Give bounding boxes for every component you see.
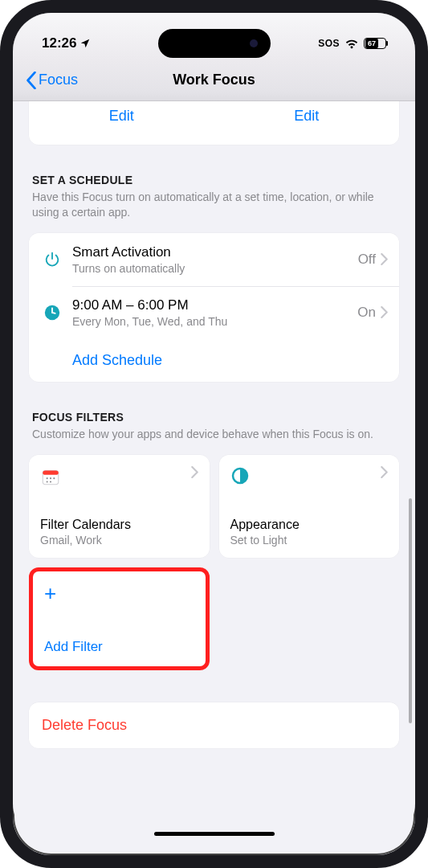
scroll-indicator[interactable] (409, 498, 412, 723)
filter-appearance-card[interactable]: Appearance Set to Light (219, 455, 400, 558)
plus-icon: + (44, 583, 194, 604)
time-schedule-title: 9:00 AM – 6:00 PM (72, 297, 357, 313)
schedule-card: Smart Activation Turns on automatically … (29, 233, 399, 382)
filter-appearance-sub: Set to Light (230, 532, 389, 547)
filters-header: FOCUS FILTERS Customize how your apps an… (13, 382, 415, 445)
edit-apps-button[interactable]: Edit (214, 101, 400, 145)
power-icon (40, 251, 64, 268)
filters-desc: Customize how your apps and device behav… (32, 424, 396, 442)
schedule-header: SET A SCHEDULE Have this Focus turn on a… (13, 145, 415, 223)
sos-indicator: SOS (318, 38, 340, 49)
filters-title: FOCUS FILTERS (32, 411, 396, 424)
chevron-right-icon (381, 306, 388, 318)
svg-point-7 (50, 481, 51, 482)
battery-icon: 67 (364, 38, 386, 49)
chevron-left-icon (26, 72, 37, 89)
svg-point-5 (53, 477, 55, 479)
wifi-icon (344, 39, 359, 49)
filter-calendars-card[interactable]: Filter Calendars Gmail, Work (29, 455, 210, 558)
back-button[interactable]: Focus (26, 72, 78, 89)
nav-bar: Focus Work Focus (13, 59, 415, 101)
smart-activation-sub: Turns on automatically (72, 260, 358, 275)
filter-calendars-title: Filter Calendars (40, 518, 198, 532)
clock-icon (40, 304, 64, 321)
smart-activation-row[interactable]: Smart Activation Turns on automatically … (29, 233, 399, 286)
smart-activation-title: Smart Activation (72, 244, 358, 260)
filter-appearance-title: Appearance (230, 518, 389, 532)
location-icon (79, 38, 91, 49)
filter-calendars-sub: Gmail, Work (40, 532, 198, 547)
svg-point-3 (47, 477, 48, 479)
add-schedule-button[interactable]: Add Schedule (29, 339, 399, 382)
dynamic-island (158, 29, 271, 58)
chevron-right-icon (381, 253, 388, 265)
back-label: Focus (39, 72, 78, 88)
appearance-icon (230, 466, 250, 485)
add-filter-label: Add Filter (44, 639, 194, 655)
clock: 12:26 (42, 35, 76, 51)
home-indicator[interactable] (154, 832, 275, 836)
smart-activation-value: Off (358, 252, 376, 268)
chevron-right-icon (381, 466, 388, 478)
chevron-right-icon (191, 466, 198, 478)
edit-row: Edit Edit (29, 101, 399, 145)
delete-focus-button[interactable]: Delete Focus (29, 702, 399, 748)
calendar-icon (40, 466, 61, 487)
edit-people-button[interactable]: Edit (29, 101, 214, 145)
time-schedule-value: On (357, 305, 376, 321)
add-filter-button[interactable]: + Add Filter (29, 567, 210, 670)
time-schedule-sub: Every Mon, Tue, Wed, and Thu (72, 313, 357, 328)
svg-point-4 (50, 477, 51, 479)
svg-rect-2 (43, 470, 59, 474)
page-title: Work Focus (173, 72, 255, 88)
time-schedule-row[interactable]: 9:00 AM – 6:00 PM Every Mon, Tue, Wed, a… (29, 286, 399, 339)
svg-point-6 (47, 481, 48, 482)
schedule-title: SET A SCHEDULE (32, 174, 396, 186)
schedule-desc: Have this Focus turn on automatically at… (32, 186, 396, 220)
